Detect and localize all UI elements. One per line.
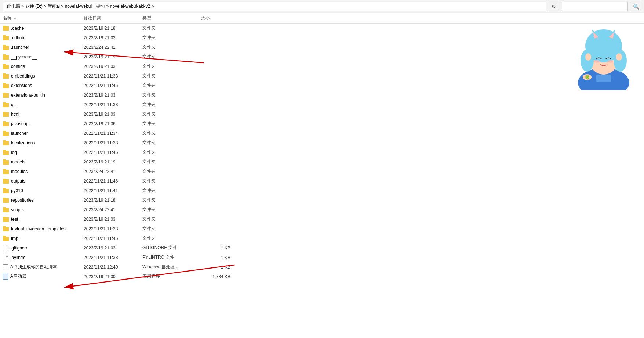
- col-header-date[interactable]: 修改日期: [84, 15, 142, 21]
- file-name-cell: log: [3, 150, 84, 155]
- table-row[interactable]: localizations 2022/11/21 11:33 文件夹: [0, 138, 644, 148]
- folder-icon: [3, 93, 9, 98]
- file-name: extensions-builtin: [11, 93, 45, 98]
- file-name-cell: extensions-builtin: [3, 93, 84, 98]
- table-row[interactable]: A点我生成你的自动脚本 2022/11/21 12:40 Windows 批处理…: [0, 262, 644, 272]
- table-row[interactable]: models 2023/2/19 21:19 文件夹: [0, 157, 644, 167]
- table-row[interactable]: javascript 2023/2/19 21:06 文件夹: [0, 119, 644, 129]
- table-row[interactable]: test 2023/2/19 21:03 文件夹: [0, 215, 644, 224]
- file-type: 文件夹: [142, 140, 201, 146]
- file-date: 2023/2/19 21:18: [84, 198, 142, 203]
- file-date: 2023/2/19 21:19: [84, 159, 142, 165]
- table-row[interactable]: html 2023/2/19 21:03 文件夹: [0, 109, 644, 119]
- table-row[interactable]: repositories 2023/2/19 21:18 文件夹: [0, 195, 644, 205]
- address-path[interactable]: 此电脑 > 软件 (D:) > 智能ai > novelai-webui一键包 …: [3, 2, 546, 11]
- table-row[interactable]: .launcher 2023/2/24 22:41 文件夹: [0, 43, 644, 52]
- table-row[interactable]: modules 2023/2/24 22:41 文件夹: [0, 167, 644, 176]
- folder-icon: [3, 217, 9, 222]
- table-row[interactable]: __pycache__ 2023/2/19 21:19 文件夹: [0, 52, 644, 62]
- file-name: log: [11, 150, 17, 155]
- file-date: 2023/2/24 22:41: [84, 207, 142, 212]
- file-type: 文件夹: [142, 82, 201, 89]
- file-name: test: [11, 217, 18, 222]
- file-name-cell: configs: [3, 64, 84, 69]
- file-date: 2023/2/24 22:41: [84, 169, 142, 174]
- table-row[interactable]: .github 2023/2/19 21:03 文件夹: [0, 33, 644, 43]
- folder-icon: [3, 121, 9, 126]
- file-date: 2022/11/21 11:46: [84, 236, 142, 241]
- search-input[interactable]: [562, 2, 628, 11]
- file-name-cell: .github: [3, 35, 84, 40]
- table-row[interactable]: extensions-builtin 2023/2/19 21:03 文件夹: [0, 90, 644, 100]
- search-button[interactable]: 🔍: [631, 2, 641, 11]
- folder-icon: [3, 179, 9, 184]
- folder-icon: [3, 159, 9, 165]
- file-name: .cache: [11, 26, 24, 31]
- file-date: 2023/2/19 21:03: [84, 112, 142, 117]
- table-row[interactable]: embeddings 2022/11/21 11:33 文件夹: [0, 71, 644, 81]
- table-row[interactable]: configs 2023/2/19 21:03 文件夹: [0, 62, 644, 71]
- file-name: extensions: [11, 83, 32, 88]
- folder-icon: [3, 102, 9, 107]
- table-row[interactable]: log 2022/11/21 11:46 文件夹: [0, 148, 644, 157]
- file-name-cell: extensions: [3, 83, 84, 88]
- file-date: 2023/2/19 21:06: [84, 121, 142, 126]
- file-name: .gitignore: [10, 245, 28, 251]
- file-name-cell: py310: [3, 188, 84, 193]
- file-type: 文件夹: [142, 92, 201, 98]
- table-row[interactable]: launcher 2022/11/21 11:34 文件夹: [0, 129, 644, 138]
- table-row[interactable]: py310 2022/11/21 11:41 文件夹: [0, 186, 644, 195]
- folder-icon: [3, 83, 9, 88]
- file-name: tmp: [11, 236, 18, 241]
- table-row[interactable]: scripts 2023/2/24 22:41 文件夹: [0, 205, 644, 215]
- table-row[interactable]: .pylintrc 2022/11/21 11:33 PYLINTRC 文件 1…: [0, 253, 644, 262]
- table-row[interactable]: extensions 2022/11/21 11:46 文件夹: [0, 81, 644, 90]
- folder-icon: [3, 26, 9, 31]
- col-header-type[interactable]: 类型: [142, 15, 201, 21]
- file-name-cell: javascript: [3, 121, 84, 126]
- file-name-cell: A启动器: [3, 273, 84, 280]
- file-name: configs: [11, 64, 25, 69]
- file-type: 文件夹: [142, 197, 201, 203]
- file-type: 文件夹: [142, 149, 201, 155]
- address-bar: 此电脑 > 软件 (D:) > 智能ai > novelai-webui一键包 …: [0, 0, 644, 13]
- file-type: 文件夹: [142, 187, 201, 194]
- table-row[interactable]: .cache 2023/2/19 21:18 文件夹: [0, 24, 644, 33]
- file-date: 2023/2/24 22:41: [84, 45, 142, 50]
- file-name-cell: A点我生成你的自动脚本: [3, 264, 84, 270]
- file-name: git: [11, 102, 16, 107]
- folder-icon: [3, 169, 9, 174]
- file-name-cell: .launcher: [3, 45, 84, 50]
- file-date: 2022/11/21 11:33: [84, 102, 142, 107]
- file-size: 1 KB: [201, 255, 238, 260]
- file-name-cell: .gitignore: [3, 245, 84, 251]
- file-name: models: [11, 159, 25, 165]
- col-header-size[interactable]: 大小: [201, 15, 238, 21]
- table-row[interactable]: outputs 2022/11/21 11:46 文件夹: [0, 176, 644, 186]
- file-type: 文件夹: [142, 168, 201, 175]
- folder-icon: [3, 73, 9, 79]
- file-size: 1 KB: [201, 245, 238, 251]
- file-type: 文件夹: [142, 25, 201, 31]
- file-name: repositories: [11, 198, 34, 203]
- folder-icon: [3, 198, 9, 203]
- table-row[interactable]: tmp 2022/11/21 11:46 文件夹: [0, 234, 644, 243]
- refresh-button[interactable]: ↻: [549, 2, 559, 11]
- file-type: 文件夹: [142, 73, 201, 79]
- exe-icon: [3, 274, 8, 280]
- table-row[interactable]: textual_inversion_templates 2022/11/21 1…: [0, 224, 644, 234]
- file-type: 文件夹: [142, 44, 201, 50]
- file-name-cell: localizations: [3, 140, 84, 145]
- file-name: py310: [11, 188, 23, 193]
- file-date: 2023/2/19 21:03: [84, 245, 142, 251]
- file-type: GITIGNORE 文件: [142, 245, 201, 251]
- file-date: 2022/11/21 11:46: [84, 179, 142, 184]
- folder-icon: [3, 140, 9, 145]
- col-header-name[interactable]: 名称 ▲: [3, 15, 84, 21]
- table-row[interactable]: git 2022/11/21 11:33 文件夹: [0, 100, 644, 109]
- file-size: 1,784 KB: [201, 274, 238, 279]
- file-name: scripts: [11, 207, 24, 212]
- table-row[interactable]: .gitignore 2023/2/19 21:03 GITIGNORE 文件 …: [0, 243, 644, 253]
- file-type: 文件夹: [142, 216, 201, 222]
- table-row[interactable]: A启动器 2023/2/19 21:00 应用程序 1,784 KB: [0, 272, 644, 281]
